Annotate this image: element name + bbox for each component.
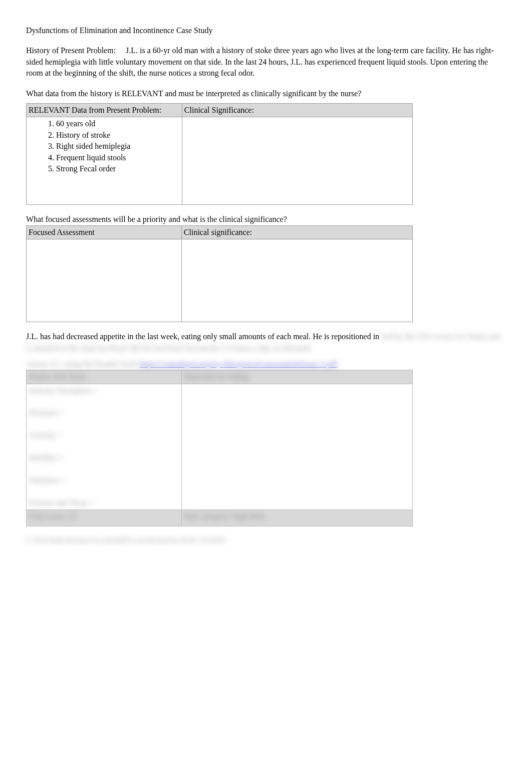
footer-copyright: © 2016 Keith Rischer/www.KeithRN.com Rev… (26, 536, 506, 546)
table2-body-left (27, 239, 182, 322)
list-item: 60 years old (56, 118, 180, 129)
braden-scale-table: Braden Sub Score Rationale for Rating Se… (26, 370, 413, 527)
question-2: What focused assessments will be a prior… (26, 214, 506, 225)
braden-row: Moisture = (29, 407, 179, 418)
braden-row: Mobility = (29, 452, 179, 463)
assess-instruction-blurred: Assess J.L. using the Braden Scale https… (26, 359, 506, 370)
braden-row: Sensory Perception = (29, 385, 179, 396)
page-title: Dysfunctions of Elimination and Incontin… (26, 25, 506, 36)
braden-row: Nutrition = (29, 475, 179, 486)
assess-link: https://consultgeri.org/try-this/general… (140, 360, 337, 368)
table1-header-right: Clinical Significance: (182, 103, 412, 117)
table1-body-right (182, 117, 412, 205)
table3-footer-right: Risk category: High Risk (181, 509, 412, 526)
list-item: Strong Fecal order (56, 163, 180, 174)
focused-assessment-table: Focused Assessment Clinical significance… (26, 225, 413, 322)
table3-footer-left: Total score: 23 (27, 509, 182, 526)
table2-body-right (181, 239, 412, 322)
braden-row: Activity = (29, 430, 179, 441)
table1-body-left: 60 years old History of stroke Right sid… (27, 117, 182, 205)
table3-body-right (181, 384, 412, 509)
table3-header-right: Rationale for Rating (181, 370, 412, 384)
narrative-2: J.L. has had decreased appetite in the l… (26, 331, 506, 354)
assess-text: Assess J.L. using the Braden Scale (26, 360, 140, 368)
table2-header-right: Clinical significance: (181, 225, 412, 239)
list-item: Right sided hemiplegia (56, 141, 180, 152)
relevant-data-table: RELEVANT Data from Present Problem: Clin… (26, 103, 413, 205)
table1-header-left: RELEVANT Data from Present Problem: (27, 103, 182, 117)
table3-header-left: Braden Sub Score (27, 370, 182, 384)
narrative-visible: J.L. has had decreased appetite in the l… (26, 332, 379, 341)
table2-header-left: Focused Assessment (27, 225, 182, 239)
braden-row: Friction and Shear = (29, 497, 179, 508)
history-section: History of Present Problem: J.L. is a 60… (26, 45, 506, 79)
list-item: History of stroke (56, 130, 180, 141)
list-item: Frequent liquid stools (56, 152, 180, 163)
history-label: History of Present Problem: (26, 46, 116, 55)
question-1: What data from the history is RELEVANT a… (26, 88, 506, 99)
table3-body-left: Sensory Perception = Moisture = Activity… (27, 384, 182, 509)
